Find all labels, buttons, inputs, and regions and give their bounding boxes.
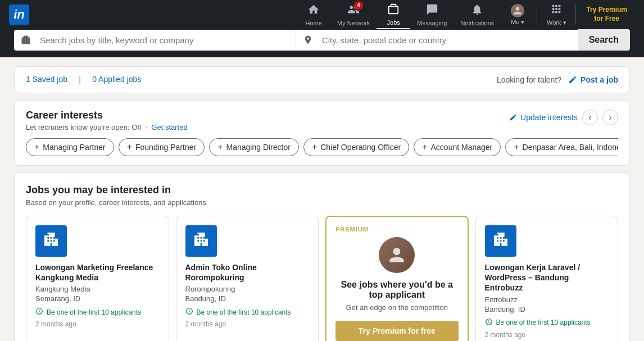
career-interests-card: Career interests Let recruiters know you…	[14, 100, 630, 166]
post-job-link[interactable]: Post a job	[568, 75, 618, 84]
nav-jobs[interactable]: Jobs	[377, 0, 410, 29]
linkedin-logo[interactable]: in	[9, 4, 29, 25]
applicants-text-4: Be one of the first 10 applicants	[496, 319, 591, 326]
building-icon-2	[192, 230, 210, 252]
my-network-icon: 4	[347, 3, 360, 19]
talent-section: Looking for talent? Post a job	[497, 75, 618, 84]
nav-home-label: Home	[305, 20, 321, 26]
clock-icon-2	[185, 307, 193, 317]
applied-label: Applied jobs	[98, 75, 141, 84]
nav-messaging-label: Messaging	[417, 20, 447, 26]
nav-my-network-label: My Network	[337, 20, 370, 26]
briefcase-icon	[21, 35, 31, 45]
nav-work[interactable]: Work ▾	[539, 0, 573, 29]
search-section: Search	[0, 29, 644, 57]
notifications-icon	[471, 3, 483, 19]
nav-divider	[537, 4, 537, 25]
jobs-section: Jobs you may be interested in Based on y…	[14, 172, 630, 341]
job-card-premium[interactable]: PREMIUM See jobs where you'd be a top ap…	[325, 216, 469, 341]
nav-me-label: Me ▾	[511, 19, 524, 26]
location-search-input-wrapper	[296, 30, 578, 51]
chip-plus-icon: +	[34, 142, 39, 152]
chip-label: Account Manager	[431, 143, 493, 152]
network-badge: 4	[354, 1, 363, 10]
job-company-1: Kangkung Media	[35, 285, 160, 293]
search-button[interactable]: Search	[578, 29, 630, 51]
nav-work-label: Work ▾	[547, 19, 566, 26]
chip-location[interactable]: + Denpasar Area, Bali, Indonesia	[505, 138, 618, 156]
pencil-icon	[509, 113, 517, 121]
post-job-label: Post a job	[580, 75, 618, 84]
chip-plus-icon: +	[127, 142, 132, 152]
career-actions: Update interests ‹ ›	[509, 110, 618, 125]
job-card-2[interactable]: Admin Toko Online Rorompokuring Rorompok…	[176, 216, 319, 341]
saved-count: 1	[26, 75, 30, 84]
chip-plus-icon: +	[514, 142, 519, 152]
get-started-link[interactable]: Get started	[151, 123, 187, 131]
location-input[interactable]	[318, 30, 571, 51]
try-premium-button[interactable]: Try Premium for free	[335, 321, 459, 341]
chip-founding-partner[interactable]: + Founding Partner	[119, 138, 205, 156]
home-icon	[307, 3, 320, 19]
chip-plus-icon: +	[312, 142, 317, 152]
job-applicants-4: Be one of the first 10 applicants	[485, 318, 609, 328]
job-title-1: Lowongan Marketing Freelance Kangkung Me…	[35, 262, 160, 283]
edit-icon	[568, 75, 577, 84]
next-arrow[interactable]: ›	[602, 110, 618, 125]
applied-jobs-link[interactable]: 0 Applied jobs	[92, 75, 141, 85]
job-logo-1	[35, 225, 67, 257]
update-interests-button[interactable]: Update interests	[509, 113, 578, 122]
building-icon	[42, 230, 60, 252]
clock-icon	[35, 307, 43, 317]
nav-try-premium[interactable]: Try Premium for Free	[578, 0, 635, 29]
prev-arrow[interactable]: ‹	[582, 110, 598, 125]
saved-jobs-bar: 1 Saved job | 0 Applied jobs Looking for…	[14, 66, 630, 93]
saved-divider: |	[79, 75, 81, 85]
chip-label: Managing Director	[226, 143, 291, 152]
job-location-4: Bandung, ID	[485, 305, 609, 313]
job-location-1: Semarang, ID	[35, 294, 160, 303]
nav-notifications[interactable]: Notifications	[453, 0, 501, 29]
career-title-block: Career interests Let recruiters know you…	[26, 110, 188, 131]
chip-managing-director[interactable]: + Managing Director	[209, 138, 299, 156]
saved-jobs-link[interactable]: 1 Saved job	[26, 75, 67, 85]
job-keyword-input[interactable]	[35, 30, 289, 51]
chip-label: Chief Operating Officer	[320, 143, 401, 152]
chip-managing-partner[interactable]: + Managing Partner	[26, 138, 114, 156]
chip-plus-icon: +	[217, 142, 223, 152]
interest-chips: + Managing Partner + Founding Partner + …	[26, 138, 618, 156]
nav-jobs-label: Jobs	[387, 19, 400, 26]
applicants-text-2: Be one of the first 10 applicants	[197, 308, 291, 316]
nav-messaging[interactable]: Messaging	[410, 0, 453, 29]
chip-chief-operating-officer[interactable]: + Chief Operating Officer	[303, 138, 409, 156]
job-time-1: 2 months ago	[35, 320, 160, 328]
update-interests-label: Update interests	[520, 113, 578, 122]
job-location-2: Bandung, ID	[185, 294, 310, 303]
top-navigation: in Home 4 My Network Jobs Messa	[0, 0, 644, 29]
chip-plus-icon: +	[422, 142, 427, 152]
jobs-section-subtitle: Based on your profile, career interests,…	[26, 198, 618, 207]
nav-me[interactable]: Me ▾	[501, 0, 534, 29]
chip-label: Denpasar Area, Bali, Indonesia	[523, 143, 618, 152]
career-subtitle: Let recruiters know you're open: Off · G…	[26, 123, 188, 131]
job-applicants-1: Be one of the first 10 applicants	[35, 307, 160, 317]
saved-jobs-links: 1 Saved job | 0 Applied jobs	[26, 75, 497, 85]
job-title-2: Admin Toko Online Rorompokuring	[185, 262, 310, 283]
premium-avatar	[379, 237, 415, 273]
premium-badge: PREMIUM	[335, 226, 459, 233]
nav-home[interactable]: Home	[297, 0, 330, 29]
premium-line2: for Free	[594, 15, 619, 24]
chip-account-manager[interactable]: + Account Manager	[414, 138, 501, 156]
job-title-4: Lowongan Kerja Laravel / WordPress – Ban…	[485, 262, 609, 293]
job-card-1[interactable]: Lowongan Marketing Freelance Kangkung Me…	[26, 216, 169, 341]
premium-line1: Try Premium	[586, 6, 627, 15]
job-logo-4	[485, 225, 516, 257]
jobs-icon	[387, 3, 400, 18]
job-card-4[interactable]: Lowongan Kerja Laravel / WordPress – Ban…	[475, 216, 619, 341]
messaging-icon	[426, 3, 438, 19]
nav-my-network[interactable]: 4 My Network	[330, 0, 377, 29]
nav-items-container: Home 4 My Network Jobs Messaging	[297, 0, 635, 29]
main-content: 1 Saved job | 0 Applied jobs Looking for…	[5, 57, 639, 341]
search-container: Search	[5, 29, 639, 51]
job-logo-2	[185, 225, 217, 257]
